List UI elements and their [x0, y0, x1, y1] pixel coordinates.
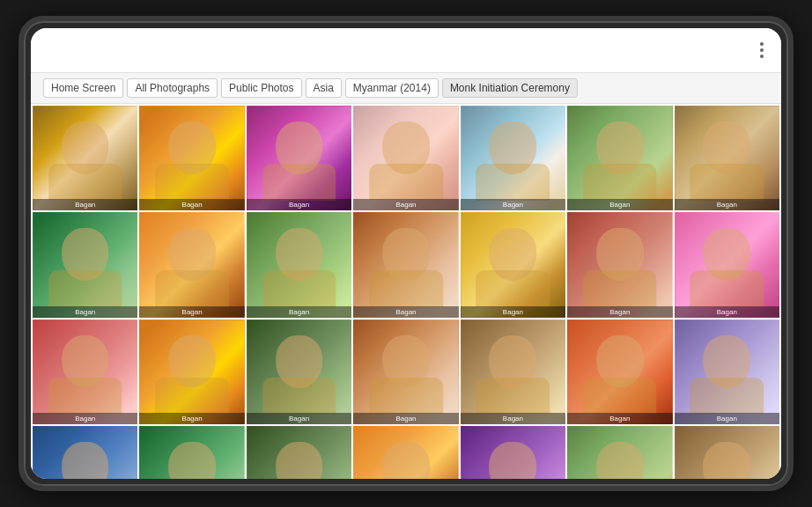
photo-cell[interactable]: Bagan — [461, 320, 565, 424]
photo-grid-container[interactable]: BaganBaganBaganBaganBaganBaganBaganBagan… — [31, 104, 781, 479]
breadcrumb-item-myanmar[interactable]: Myanmar (2014) — [345, 78, 439, 98]
photo-costume-decoration — [476, 164, 550, 201]
tablet-shell: Home ScreenAll PhotographsPublic PhotosA… — [18, 16, 794, 491]
photo-cell[interactable]: Bagan — [567, 320, 672, 424]
photo-face-decoration — [703, 442, 750, 479]
app-header — [31, 28, 781, 73]
photo-cell[interactable]: Bagan — [247, 320, 351, 424]
photo-cell[interactable]: Bagan — [461, 212, 565, 317]
photo-cell[interactable]: Bagan — [461, 106, 565, 210]
breadcrumb-item-home[interactable]: Home Screen — [43, 78, 123, 98]
photo-location-label: Bagan — [33, 199, 137, 210]
photo-cell[interactable]: Bagan — [353, 212, 458, 317]
photo-costume-decoration — [369, 270, 443, 307]
photo-location-label: Bagan — [33, 413, 137, 424]
photo-costume-decoration — [48, 270, 122, 307]
photo-cell[interactable]: Bagan — [139, 106, 244, 210]
photo-costume-decoration — [155, 378, 229, 415]
photo-location-label: Bagan — [675, 413, 779, 424]
photo-cell[interactable]: Bagan — [353, 106, 458, 210]
photo-cell[interactable]: Bagan — [33, 320, 137, 424]
photo-costume-decoration — [690, 378, 764, 415]
breadcrumb-item-asia[interactable]: Asia — [306, 78, 342, 98]
photo-costume-decoration — [583, 164, 657, 201]
photo-cell[interactable]: Bagan — [675, 106, 779, 210]
photo-costume-decoration — [583, 378, 657, 415]
photo-location-label: Bagan — [139, 413, 244, 424]
photo-face-decoration — [62, 442, 109, 479]
photo-location-label: Bagan — [139, 199, 244, 210]
photo-location-label: Bagan — [353, 306, 458, 318]
breadcrumb-item-all-photos[interactable]: All Photographs — [127, 78, 218, 98]
photo-grid: BaganBaganBaganBaganBaganBaganBaganBagan… — [31, 104, 781, 479]
photo-location-label: Bagan — [461, 306, 565, 318]
menu-dot-2 — [760, 48, 764, 52]
photo-costume-decoration — [476, 378, 550, 415]
photo-cell[interactable]: Bagan — [675, 212, 779, 317]
photo-face-decoration — [382, 442, 430, 479]
photo-costume-decoration — [155, 164, 229, 201]
photo-costume-decoration — [476, 270, 550, 307]
menu-dot-3 — [760, 55, 764, 58]
photo-cell[interactable] — [353, 426, 458, 479]
photo-costume-decoration — [369, 164, 443, 201]
photo-location-label: Bagan — [461, 413, 565, 424]
photo-face-decoration — [596, 442, 644, 479]
photo-costume-decoration — [690, 270, 764, 307]
photo-costume-decoration — [262, 164, 336, 201]
photo-costume-decoration — [48, 378, 122, 415]
photo-cell[interactable] — [247, 426, 351, 479]
photo-cell[interactable]: Bagan — [139, 320, 244, 424]
photo-location-label: Bagan — [567, 199, 672, 210]
photo-cell[interactable] — [461, 426, 565, 479]
photo-location-label: Bagan — [247, 199, 351, 210]
photo-location-label: Bagan — [247, 413, 351, 424]
photo-costume-decoration — [262, 378, 336, 415]
overflow-menu-button[interactable] — [755, 37, 769, 63]
photo-location-label: Bagan — [353, 413, 458, 424]
photo-cell[interactable]: Bagan — [247, 212, 351, 317]
photo-location-label: Bagan — [675, 199, 779, 210]
breadcrumb-item-ceremony[interactable]: Monk Initiation Ceremony — [442, 78, 578, 98]
photo-costume-decoration — [48, 164, 122, 201]
photo-costume-decoration — [155, 270, 229, 307]
breadcrumb: Home ScreenAll PhotographsPublic PhotosA… — [31, 73, 781, 104]
photo-face-decoration — [168, 442, 216, 479]
photo-cell[interactable]: Bagan — [139, 212, 244, 317]
photo-location-label: Bagan — [461, 199, 565, 210]
photo-costume-decoration — [690, 164, 764, 201]
photo-cell[interactable]: Bagan — [567, 212, 672, 317]
breadcrumb-item-public-photos[interactable]: Public Photos — [221, 78, 301, 98]
photo-cell[interactable]: Bagan — [247, 106, 351, 210]
photo-location-label: Bagan — [139, 306, 244, 318]
photo-cell[interactable] — [567, 426, 672, 479]
photo-cell[interactable]: Bagan — [675, 320, 779, 424]
photo-cell[interactable]: Bagan — [567, 106, 672, 210]
photo-location-label: Bagan — [247, 306, 351, 318]
photo-cell[interactable] — [33, 426, 137, 479]
tablet-screen: Home ScreenAll PhotographsPublic PhotosA… — [31, 28, 781, 479]
menu-dot-1 — [760, 42, 764, 46]
photo-cell[interactable] — [139, 426, 244, 479]
photo-cell[interactable]: Bagan — [33, 212, 137, 317]
photo-location-label: Bagan — [33, 306, 137, 318]
photo-cell[interactable] — [675, 426, 779, 479]
photo-face-decoration — [490, 442, 537, 479]
photo-location-label: Bagan — [675, 306, 779, 318]
photo-costume-decoration — [369, 378, 443, 415]
photo-location-label: Bagan — [353, 199, 458, 210]
photo-cell[interactable]: Bagan — [353, 320, 458, 424]
photo-costume-decoration — [262, 270, 336, 307]
photo-cell[interactable]: Bagan — [33, 106, 137, 210]
photo-face-decoration — [276, 442, 323, 479]
photo-location-label: Bagan — [567, 306, 672, 318]
photo-costume-decoration — [583, 270, 657, 307]
photo-location-label: Bagan — [567, 413, 672, 424]
